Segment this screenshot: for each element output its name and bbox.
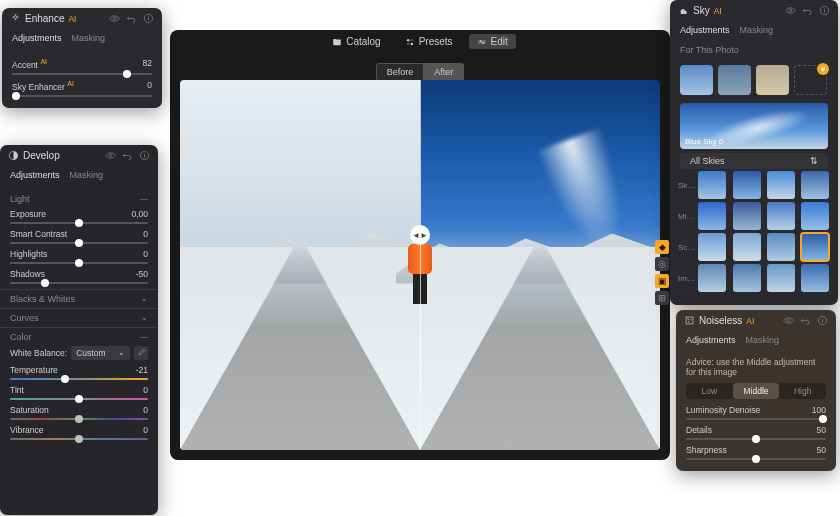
- info-icon[interactable]: [139, 150, 150, 161]
- masking-tab[interactable]: Masking: [746, 335, 780, 345]
- tool-button[interactable]: ▣: [655, 274, 669, 288]
- masking-tab[interactable]: Masking: [70, 170, 104, 180]
- tool-button[interactable]: ◎: [655, 257, 669, 271]
- light-section[interactable]: Light—: [10, 194, 148, 204]
- sky-option[interactable]: [733, 202, 761, 230]
- sharpness-value: 50: [817, 445, 826, 455]
- photo-after: [420, 80, 660, 450]
- masking-tab[interactable]: Masking: [72, 33, 106, 43]
- sky-option[interactable]: [733, 171, 761, 199]
- presets-tab[interactable]: Presets: [397, 34, 461, 49]
- sky-grid: [698, 171, 832, 292]
- after-tab[interactable]: After: [424, 63, 464, 81]
- tint-slider[interactable]: [10, 398, 148, 400]
- color-section[interactable]: Color—: [10, 332, 148, 342]
- sky-enhancer-label: Sky Enhancer: [12, 82, 65, 92]
- details-label: Details: [686, 425, 712, 435]
- details-value: 50: [817, 425, 826, 435]
- sky-thumb[interactable]: [756, 65, 789, 95]
- vibrance-slider[interactable]: [10, 438, 148, 440]
- eyedropper-button[interactable]: [134, 346, 148, 360]
- sky-option[interactable]: [767, 202, 795, 230]
- before-tab[interactable]: Before: [376, 63, 425, 81]
- sky-option[interactable]: [698, 171, 726, 199]
- sky-option[interactable]: [801, 264, 829, 292]
- highlights-slider[interactable]: [10, 262, 148, 264]
- photo-before: [180, 80, 420, 450]
- sky-title: Sky: [693, 5, 710, 16]
- masking-tab[interactable]: Masking: [740, 25, 774, 35]
- noiseless-panel: NoiselessAI Adjustments Masking Advice: …: [676, 310, 836, 471]
- sky-preview[interactable]: Blue Sky 6: [680, 103, 828, 149]
- undo-icon[interactable]: [122, 150, 133, 161]
- sky-option[interactable]: [801, 202, 829, 230]
- bw-section[interactable]: Blacks & Whites⌄: [10, 294, 148, 304]
- enhance-icon: [10, 13, 21, 24]
- sky-option[interactable]: [698, 202, 726, 230]
- noise-preset-segment: Low Middle High: [686, 383, 826, 399]
- sky-option[interactable]: [698, 264, 726, 292]
- info-icon[interactable]: [143, 13, 154, 24]
- ai-badge: AI: [68, 14, 76, 24]
- adjustments-tab[interactable]: Adjustments: [12, 33, 62, 43]
- eye-icon[interactable]: [109, 13, 120, 24]
- compare-divider: [420, 80, 421, 450]
- temperature-slider[interactable]: [10, 378, 148, 380]
- all-skies-dropdown[interactable]: All Skies⇅: [680, 153, 828, 169]
- ai-badge: AI: [714, 6, 722, 16]
- undo-icon[interactable]: [800, 315, 811, 326]
- info-icon[interactable]: [817, 315, 828, 326]
- tool-button[interactable]: ⊞: [655, 291, 669, 305]
- sky-enhancer-slider[interactable]: [12, 95, 152, 97]
- collapse-icon: —: [140, 332, 148, 342]
- sky-option[interactable]: [801, 171, 829, 199]
- for-this-photo-label: For This Photo: [680, 45, 739, 55]
- sky-option[interactable]: [767, 233, 795, 261]
- sky-enhancer-thumb[interactable]: [12, 92, 20, 100]
- shadows-slider[interactable]: [10, 282, 148, 284]
- sharpness-slider[interactable]: [686, 458, 826, 460]
- undo-icon[interactable]: [126, 13, 137, 24]
- white-balance-select[interactable]: Custom⌄: [71, 346, 130, 360]
- sky-option[interactable]: [767, 264, 795, 292]
- eye-icon[interactable]: [783, 315, 794, 326]
- tool-button[interactable]: ◆: [655, 240, 669, 254]
- sky-thumb-more[interactable]: ♥: [794, 65, 827, 95]
- catalog-tab[interactable]: Catalog: [324, 34, 388, 49]
- accent-thumb[interactable]: [123, 70, 131, 78]
- sky-option[interactable]: [801, 233, 829, 261]
- curves-section[interactable]: Curves⌄: [10, 313, 148, 323]
- develop-icon: [8, 150, 19, 161]
- adjustments-tab[interactable]: Adjustments: [686, 335, 736, 345]
- adjustments-tab[interactable]: Adjustments: [680, 25, 730, 35]
- svg-point-5: [482, 42, 484, 44]
- sky-option[interactable]: [698, 233, 726, 261]
- edit-icon: [477, 37, 487, 47]
- temperature-label: Temperature: [10, 365, 58, 375]
- sky-option[interactable]: [733, 233, 761, 261]
- eye-icon[interactable]: [785, 5, 796, 16]
- eye-icon[interactable]: [105, 150, 116, 161]
- edit-tab[interactable]: Edit: [469, 34, 516, 49]
- sky-option[interactable]: [733, 264, 761, 292]
- accent-slider[interactable]: [12, 73, 152, 75]
- luminosity-slider[interactable]: [686, 418, 826, 420]
- middle-button[interactable]: Middle: [733, 383, 780, 399]
- white-balance-label: White Balance:: [10, 348, 67, 358]
- sky-thumb[interactable]: [718, 65, 751, 95]
- smart-contrast-slider[interactable]: [10, 242, 148, 244]
- presets-icon: [405, 37, 415, 47]
- sky-thumb[interactable]: [680, 65, 713, 95]
- low-button[interactable]: Low: [686, 383, 733, 399]
- photo-viewport: ◄►: [180, 80, 660, 450]
- details-slider[interactable]: [686, 438, 826, 440]
- saturation-slider[interactable]: [10, 418, 148, 420]
- high-button[interactable]: High: [779, 383, 826, 399]
- undo-icon[interactable]: [802, 5, 813, 16]
- sky-option[interactable]: [767, 171, 795, 199]
- info-icon[interactable]: [819, 5, 830, 16]
- saturation-value: 0: [143, 405, 148, 415]
- exposure-slider[interactable]: [10, 222, 148, 224]
- compare-handle[interactable]: ◄►: [410, 225, 430, 245]
- adjustments-tab[interactable]: Adjustments: [10, 170, 60, 180]
